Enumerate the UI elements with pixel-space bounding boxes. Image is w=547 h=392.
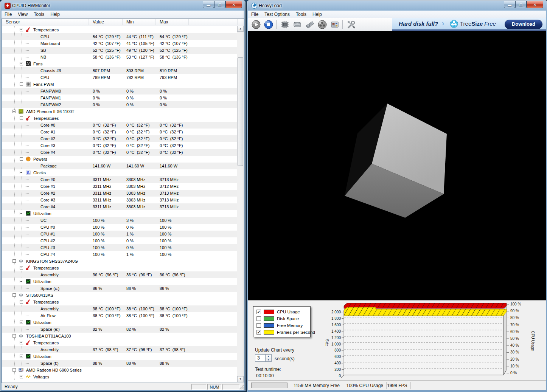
tree-row-temperatures[interactable]: Temperatures [2, 339, 238, 346]
tree-row-cpu-4[interactable]: CPU #4100 %1 %100 % [2, 251, 238, 258]
collapse-expander-icon[interactable] [12, 110, 16, 113]
collapse-expander-icon[interactable] [20, 321, 23, 324]
collapse-expander-icon[interactable] [20, 341, 23, 344]
heavyload-titlebar[interactable]: HeavyLoad ▬ ▢ ✕ [248, 2, 546, 11]
tree-row-temperatures[interactable]: Temperatures [2, 265, 238, 271]
tree-row-cpu-0[interactable]: CPU #0100 %0 %100 % [2, 224, 238, 231]
menu-test-options[interactable]: Test Options [261, 11, 293, 18]
tree-row-core-0[interactable]: Core #00 °C (32 °F)0 °C (32 °F)0 °C (32 … [2, 122, 238, 129]
menu-help[interactable]: Help [309, 11, 325, 18]
tree-row-amd-phenom-ii-x6-1100t[interactable]: AMD Phenom II X6 1100T [2, 108, 238, 115]
close-button[interactable]: ✕ [225, 1, 242, 8]
tree-row-space-c-[interactable]: Space (c:)86 %86 %86 % [2, 285, 238, 292]
tree-row-core-4[interactable]: Core #43311 MHz3303 MHz3713 MHz [2, 203, 238, 210]
tree-row-fanpwm1[interactable]: FANPWM10 %0 %0 % [2, 95, 238, 101]
legend-checkbox-frames-per-second[interactable]: ✓ [256, 330, 261, 335]
tree-row-temperatures[interactable]: Temperatures [2, 115, 238, 122]
tree-row-core-4[interactable]: Core #40 °C (32 °F)0 °C (32 °F)0 °C (32 … [2, 149, 238, 156]
legend-checkbox-disk-space[interactable] [256, 316, 261, 321]
tree-row-uc[interactable]: UC100 %3 %100 % [2, 217, 238, 224]
collapse-expander-icon[interactable] [12, 368, 16, 372]
interval-stepper[interactable]: ▲▼ [265, 354, 272, 362]
hwmonitor-titlebar[interactable]: CPUID HWMonitor ▬ ▢ ✕ [2, 2, 244, 11]
download-button[interactable]: Download [505, 20, 542, 29]
tree-row-core-3[interactable]: Core #30 °C (32 °F)0 °C (32 °F)0 °C (32 … [2, 142, 238, 149]
collapse-expander-icon[interactable] [20, 375, 23, 378]
interval-input[interactable]: 3 [255, 354, 265, 362]
tree-row-cpu-2[interactable]: CPU #2100 %0 %100 % [2, 237, 238, 244]
tree-row-temperatures[interactable]: Temperatures [2, 299, 238, 305]
tree-row-kingston-shss37a240g[interactable]: KINGSTON SHSS37A240G [2, 258, 238, 265]
tree-row-chassis-3[interactable]: Chassis #3807 RPM803 RPM819 RPM [2, 67, 238, 74]
tree-row-cpu[interactable]: CPU789 RPM782 RPM793 RPM [2, 74, 238, 81]
tree-row-utilization[interactable]: Utilization [2, 210, 238, 217]
tree-row-air-flow[interactable]: Air Flow38 °C (100 °F)38 °C (100 °F)38 °… [2, 312, 238, 319]
tree-row-amd-radeon-hd-6900-series[interactable]: AMD Radeon HD 6900 Series [2, 367, 238, 373]
tree-row-temperatures[interactable]: Temperatures [2, 26, 238, 33]
menu-file[interactable]: File [2, 11, 15, 18]
sphere-icon[interactable] [317, 20, 327, 29]
tree-row-core-0[interactable]: Core #03311 MHz3303 MHz3713 MHz [2, 176, 238, 183]
collapse-expander-icon[interactable] [20, 28, 23, 31]
tree-row-st3500413as[interactable]: ST3500413AS [2, 292, 238, 299]
tree-row-space-e-[interactable]: Space (e:)82 %82 %82 % [2, 326, 238, 333]
legend-checkbox-free-memory[interactable] [256, 323, 261, 328]
cpu-icon[interactable] [280, 20, 290, 29]
scroll-up-button[interactable]: ▲ [237, 26, 244, 32]
harddisk-icon[interactable] [292, 20, 302, 29]
legend-checkbox-cpu-usage[interactable]: ✓ [256, 310, 261, 314]
vertical-scrollbar[interactable]: ▲ ▼ [237, 26, 244, 382]
stepper-up-icon[interactable]: ▲ [266, 355, 271, 358]
tree-row-sb[interactable]: SB52 °C (125 °F)49 °C (120 °F)52 °C (125… [2, 47, 238, 54]
scrollbar-thumb[interactable] [238, 57, 243, 166]
mainboard-icon[interactable] [330, 20, 340, 29]
tree-row-utilization[interactable]: Utilization [2, 353, 238, 360]
tree-row-core-2[interactable]: Core #23311 MHz3303 MHz3713 MHz [2, 190, 238, 197]
treesize-ad-banner[interactable]: Hard disk full? › TreeSizeFree Download [392, 18, 546, 31]
resize-grip[interactable] [239, 385, 244, 389]
tree-row-clocks[interactable]: Clocks [2, 169, 238, 176]
column-header-max[interactable]: Max [156, 19, 189, 25]
memory-icon[interactable] [305, 20, 315, 29]
collapse-expander-icon[interactable] [20, 82, 23, 86]
collapse-expander-icon[interactable] [20, 116, 23, 120]
menu-help[interactable]: Help [47, 11, 63, 18]
settings-icon[interactable] [346, 20, 356, 29]
start-test-icon[interactable] [251, 20, 261, 29]
tree-row-utilization[interactable]: Utilization [2, 319, 238, 326]
tree-row-fans-pwm[interactable]: Fans PWM [2, 81, 238, 88]
tree-row-assembly[interactable]: Assembly38 °C (100 °F)38 °C (100 °F)38 °… [2, 305, 238, 312]
tree-row-utilization[interactable]: Utilization [2, 278, 238, 285]
collapse-expander-icon[interactable] [12, 259, 16, 263]
minimize-button[interactable]: ▬ [203, 1, 214, 8]
tree-row-nb[interactable]: NB58 °C (136 °F)53 °C (127 °F)58 °C (136… [2, 54, 238, 60]
tree-row-cpu-1[interactable]: CPU #1100 %1 %100 % [2, 231, 238, 237]
tree-row-cpu-3[interactable]: CPU #3100 %0 %100 % [2, 244, 238, 251]
tree-row-powers[interactable]: Powers [2, 156, 238, 163]
tree-row-fanpwm0[interactable]: FANPWM00 %0 %0 % [2, 88, 238, 95]
column-header-value[interactable]: Value [89, 19, 123, 25]
tree-row-fanpwm2[interactable]: FANPWM20 %0 %0 % [2, 101, 238, 108]
tree-row-space-f-[interactable]: Space (f:)88 %88 %88 % [2, 360, 238, 367]
collapse-expander-icon[interactable] [20, 62, 23, 65]
stepper-down-icon[interactable]: ▼ [266, 358, 271, 362]
tree-row-cpu[interactable]: CPU54 °C (129 °F)44 °C (111 °F)54 °C (12… [2, 33, 238, 40]
tree-row-core-1[interactable]: Core #13311 MHz3303 MHz3712 MHz [2, 183, 238, 190]
collapse-expander-icon[interactable] [20, 280, 23, 283]
column-header-blank[interactable] [189, 19, 238, 25]
tree-row-core-3[interactable]: Core #33311 MHz3303 MHz3713 MHz [2, 197, 238, 203]
collapse-expander-icon[interactable] [20, 300, 23, 304]
close-button[interactable]: ✕ [527, 1, 543, 8]
tree-row-assembly[interactable]: Assembly37 °C (98 °F)37 °C (98 °F)37 °C … [2, 346, 238, 353]
collapse-expander-icon[interactable] [20, 212, 23, 215]
collapse-expander-icon[interactable] [20, 171, 23, 174]
collapse-expander-icon[interactable] [20, 157, 23, 161]
menu-tools[interactable]: Tools [293, 11, 309, 18]
tree-row-core-1[interactable]: Core #10 °C (32 °F)0 °C (32 °F)0 °C (32 … [2, 129, 238, 135]
tree-row-mainboard[interactable]: Mainboard42 °C (107 °F)41 °C (105 °F)42 … [2, 40, 238, 47]
tree-row-voltages[interactable]: Voltages [2, 373, 238, 380]
maximize-button[interactable]: ▢ [515, 1, 527, 8]
minimize-button[interactable]: ▬ [504, 1, 515, 8]
collapse-expander-icon[interactable] [12, 293, 16, 297]
tree-row-package[interactable]: Package141.60 W141.60 W141.60 W [2, 163, 238, 169]
